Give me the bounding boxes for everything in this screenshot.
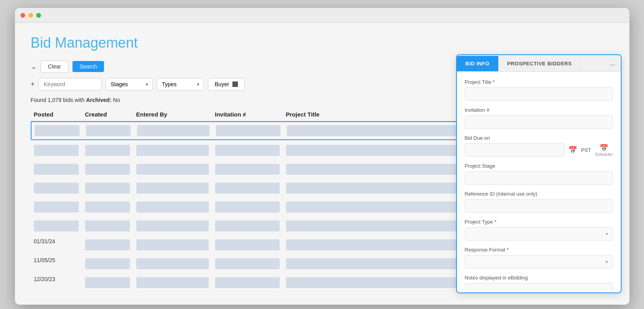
project-stage-label: Project Stage bbox=[465, 163, 613, 169]
project-type-label: Project Type * bbox=[465, 219, 613, 225]
close-dot[interactable] bbox=[20, 13, 25, 18]
bid-info-panel: BID INFO PROSPECTIVE BIDDERS ... Project… bbox=[456, 54, 622, 293]
project-title-input[interactable] bbox=[465, 87, 613, 101]
keyword-input[interactable] bbox=[39, 78, 102, 91]
bid-due-input[interactable] bbox=[465, 143, 565, 157]
main-content: Bid Management ⌄ Clear Search + Stages T… bbox=[15, 23, 629, 305]
cell-created bbox=[86, 125, 131, 136]
response-format-group: Response Format * bbox=[465, 247, 613, 268]
invitation-group: Invitation # bbox=[465, 107, 613, 129]
bid-due-label: Bid Due on bbox=[465, 135, 613, 141]
minimize-dot[interactable] bbox=[28, 13, 33, 18]
cell-posted: 11/05/25 bbox=[31, 255, 82, 272]
project-stage-input[interactable] bbox=[465, 171, 613, 185]
buyer-button[interactable]: Buyer bbox=[208, 78, 245, 91]
notes-textarea[interactable] bbox=[465, 283, 613, 292]
col-created: Created bbox=[82, 111, 133, 118]
project-type-select[interactable] bbox=[465, 227, 613, 241]
project-stage-group: Project Stage bbox=[465, 163, 613, 185]
types-select-wrapper: Types bbox=[157, 78, 204, 91]
response-format-select[interactable] bbox=[465, 255, 613, 268]
page-title: Bid Management bbox=[31, 35, 614, 51]
notes-label: Notes displayed in eBidding bbox=[465, 275, 613, 281]
cell-posted bbox=[35, 125, 80, 136]
main-window: Bid Management ⌄ Clear Search + Stages T… bbox=[15, 8, 629, 305]
cell-invitation bbox=[216, 125, 280, 136]
scheduler-button[interactable]: 📅 Scheduler bbox=[595, 144, 612, 157]
col-posted: Posted bbox=[31, 111, 82, 118]
cell-posted: 01/31/24 bbox=[31, 236, 82, 253]
clear-button[interactable]: Clear bbox=[41, 61, 69, 72]
search-button[interactable]: Search bbox=[72, 61, 104, 72]
tab-bid-info[interactable]: BID INFO bbox=[457, 56, 499, 71]
tab-prospective-bidders[interactable]: PROSPECTIVE BIDDERS bbox=[499, 56, 581, 71]
scheduler-label: Scheduler bbox=[595, 152, 612, 157]
invitation-input[interactable] bbox=[465, 115, 613, 129]
types-select[interactable]: Types bbox=[157, 78, 204, 91]
calendar-icon[interactable]: 📅 bbox=[568, 146, 577, 154]
reference-id-group: Reference ID (Internal use only) bbox=[465, 191, 613, 213]
project-title-group: Project Title * bbox=[465, 79, 613, 101]
bid-due-row: 📅 PST 📅 Scheduler bbox=[465, 143, 613, 157]
add-filter-icon[interactable]: + bbox=[31, 80, 35, 89]
tab-more[interactable]: ... bbox=[604, 55, 620, 72]
buyer-label: Buyer bbox=[215, 81, 229, 87]
cell-entered-by bbox=[137, 125, 210, 136]
col-invitation: Invitation # bbox=[212, 111, 283, 118]
collapse-icon[interactable]: ⌄ bbox=[31, 62, 37, 71]
notes-group: Notes displayed in eBidding bbox=[465, 275, 613, 292]
filter-label: Archived: bbox=[86, 97, 111, 103]
response-format-label: Response Format * bbox=[465, 247, 613, 253]
bid-due-group: Bid Due on 📅 PST 📅 Scheduler bbox=[465, 135, 613, 157]
panel-tabs: BID INFO PROSPECTIVE BIDDERS ... bbox=[457, 55, 621, 72]
project-title-label: Project Title * bbox=[465, 79, 613, 85]
cell-posted: 12/20/23 bbox=[31, 274, 82, 291]
panel-body: Project Title * Invitation # Bid Due on … bbox=[457, 72, 621, 292]
col-entered-by: Entered By bbox=[133, 111, 212, 118]
reference-id-label: Reference ID (Internal use only) bbox=[465, 191, 613, 197]
response-format-select-wrap bbox=[465, 255, 613, 268]
stages-select-wrapper: Stages bbox=[106, 78, 153, 91]
project-type-select-wrap bbox=[465, 227, 613, 241]
invitation-label: Invitation # bbox=[465, 107, 613, 113]
pst-label: PST bbox=[581, 147, 591, 153]
titlebar bbox=[15, 8, 629, 23]
reference-id-input[interactable] bbox=[465, 199, 613, 213]
project-type-group: Project Type * bbox=[465, 219, 613, 241]
stages-select[interactable]: Stages bbox=[106, 78, 153, 91]
buyer-icon bbox=[232, 81, 238, 87]
maximize-dot[interactable] bbox=[36, 13, 41, 18]
